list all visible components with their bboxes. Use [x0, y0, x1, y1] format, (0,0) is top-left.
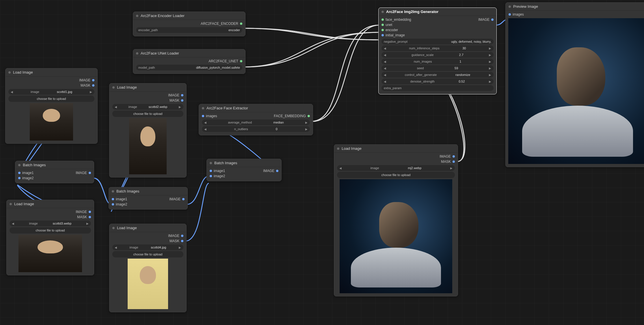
output-port[interactable]: [182, 198, 185, 200]
output-port-mask[interactable]: [453, 160, 455, 163]
collapse-dot[interactable]: [509, 5, 511, 8]
output-port-image[interactable]: [89, 211, 91, 213]
arrow-right-icon[interactable]: ▶: [179, 105, 181, 109]
input-port[interactable]: [210, 170, 212, 172]
input-port[interactable]: [202, 115, 204, 117]
collapse-dot[interactable]: [136, 52, 138, 55]
node-header[interactable]: Load Image: [5, 68, 97, 76]
widget-control-after-generate[interactable]: ◀ control_after_generate randomize ▶: [381, 72, 494, 78]
output-port[interactable]: [276, 170, 278, 172]
arrow-left-icon[interactable]: ◀: [115, 105, 117, 109]
arrow-right-icon[interactable]: ▶: [450, 167, 453, 170]
input-port[interactable]: [112, 198, 114, 200]
collapse-dot[interactable]: [136, 15, 138, 17]
input-port[interactable]: [381, 29, 384, 31]
node-load-image-3[interactable]: Load Image IMAGE MASK ◀ image scottd3.we…: [6, 200, 94, 275]
input-port[interactable]: [381, 34, 384, 36]
widget-image-select[interactable]: ◀ image mj2.webp ▶: [337, 165, 455, 171]
widget-image-select[interactable]: ◀ image scottd4.jpg ▶: [112, 244, 183, 250]
collapse-dot[interactable]: [112, 227, 115, 229]
arrow-right-icon[interactable]: ▶: [489, 47, 491, 50]
input-port[interactable]: [381, 18, 384, 21]
input-port[interactable]: [18, 172, 21, 174]
collapse-dot[interactable]: [381, 11, 384, 13]
output-port[interactable]: [240, 60, 242, 62]
widget-num-inference-steps[interactable]: ◀ num_inference_steps 30 ▶: [381, 45, 494, 51]
node-load-image-2[interactable]: Load Image IMAGE MASK ◀ image scottd2.we…: [109, 83, 187, 178]
node-load-image-1[interactable]: Load Image IMAGE MASK ◀ image scottd1.jp…: [5, 68, 98, 144]
output-port-mask[interactable]: [181, 240, 183, 242]
collapse-dot[interactable]: [18, 164, 21, 166]
widget-guidance-scale[interactable]: ◀ guidance_scale 2.7 ▶: [381, 52, 494, 58]
input-port[interactable]: [509, 13, 511, 16]
widget-image-select[interactable]: ◀ image scottd2.webp ▶: [112, 104, 183, 110]
node-batch-images-2[interactable]: Batch Images image1 IMAGE image2: [109, 187, 188, 210]
node-batch-images-3[interactable]: Batch Images image1 IMAGE image2: [206, 159, 282, 181]
input-port[interactable]: [210, 175, 212, 177]
output-port-mask[interactable]: [92, 84, 94, 87]
output-port[interactable]: [240, 23, 242, 25]
arrow-left-icon[interactable]: ◀: [11, 90, 13, 94]
input-port[interactable]: [381, 24, 384, 26]
node-header[interactable]: Arc2Face Encoder Loader: [133, 12, 245, 20]
arrow-left-icon[interactable]: ◀: [204, 121, 206, 124]
output-port[interactable]: [308, 115, 310, 117]
arrow-right-icon[interactable]: ▶: [86, 222, 89, 225]
arrow-right-icon[interactable]: ▶: [305, 128, 308, 131]
arrow-left-icon[interactable]: ◀: [384, 80, 386, 83]
node-load-image-5[interactable]: Load Image IMAGE MASK ◀ image mj2.webp ▶…: [334, 144, 458, 296]
input-port[interactable]: [112, 203, 114, 206]
arrow-left-icon[interactable]: ◀: [384, 60, 386, 63]
node-face-extractor[interactable]: Arc2Face Face Extractor images FACE_EMBE…: [199, 104, 313, 135]
node-header[interactable]: Batch Images: [109, 187, 187, 195]
arrow-left-icon[interactable]: ◀: [12, 222, 14, 225]
arrow-right-icon[interactable]: ▶: [90, 90, 92, 94]
output-port[interactable]: [89, 172, 91, 174]
widget-image-select[interactable]: ◀ image scottd1.jpg ▶: [8, 89, 94, 95]
node-img2img-generator[interactable]: Arc2Face Img2Img Generator face_embeddin…: [378, 8, 497, 94]
widget-n-outliers[interactable]: ◀ n_outliers 0 ▶: [202, 126, 310, 132]
widget-negative-prompt[interactable]: negative_prompt ugly, deformed, noisy, b…: [381, 39, 494, 44]
arrow-right-icon[interactable]: ▶: [179, 246, 181, 249]
widget-average-method[interactable]: ◀ average_method median ▶: [202, 119, 310, 125]
output-port-image[interactable]: [453, 155, 455, 158]
widget-image-select[interactable]: ◀ image scottd3.webp ▶: [10, 221, 91, 226]
output-port-image[interactable]: [181, 94, 183, 96]
node-header[interactable]: Arc2Face UNet Loader: [133, 49, 245, 57]
arrow-left-icon[interactable]: ◀: [204, 128, 206, 131]
upload-button[interactable]: choose file to upload: [337, 172, 455, 178]
arrow-right-icon[interactable]: ▶: [489, 73, 491, 76]
node-header[interactable]: Load Image: [109, 83, 186, 91]
output-port-mask[interactable]: [89, 216, 91, 218]
input-port[interactable]: [18, 177, 21, 179]
collapse-dot[interactable]: [202, 107, 204, 109]
node-batch-images-1[interactable]: Batch Images image1 IMAGE image2: [15, 161, 94, 183]
arrow-left-icon[interactable]: ◀: [384, 67, 386, 70]
arrow-left-icon[interactable]: ◀: [384, 47, 386, 50]
node-header[interactable]: Preview Image: [506, 3, 644, 11]
node-encoder-loader[interactable]: Arc2Face Encoder Loader ARC2FACE_ENCODER…: [133, 12, 245, 36]
node-header[interactable]: Arc2Face Face Extractor: [199, 104, 313, 112]
widget-seed[interactable]: ◀ seed 59 ▶: [381, 65, 494, 71]
collapse-dot[interactable]: [337, 147, 339, 150]
arrow-right-icon[interactable]: ▶: [305, 121, 308, 124]
output-port-image[interactable]: [181, 235, 183, 237]
node-load-image-4[interactable]: Load Image IMAGE MASK ◀ image scottd4.jp…: [109, 224, 187, 312]
widget-extra-param[interactable]: extra_param: [381, 85, 494, 91]
arrow-right-icon[interactable]: ▶: [489, 80, 491, 83]
arrow-right-icon[interactable]: ▶: [489, 60, 491, 63]
arrow-left-icon[interactable]: ◀: [115, 246, 117, 249]
widget-encoder-path[interactable]: encoder_path encoder: [136, 27, 242, 33]
upload-button[interactable]: choose file to upload: [8, 96, 94, 102]
collapse-dot[interactable]: [112, 190, 114, 193]
collapse-dot[interactable]: [10, 203, 12, 205]
upload-button[interactable]: choose file to upload: [112, 111, 183, 117]
node-header[interactable]: Load Image: [7, 200, 94, 208]
arrow-right-icon[interactable]: ▶: [489, 53, 491, 57]
arrow-right-icon[interactable]: ▶: [489, 67, 491, 70]
node-preview-image[interactable]: Preview Image images: [505, 2, 644, 167]
arrow-left-icon[interactable]: ◀: [384, 73, 386, 76]
node-header[interactable]: Arc2Face Img2Img Generator: [379, 8, 496, 16]
collapse-dot[interactable]: [8, 71, 11, 74]
node-header[interactable]: Batch Images: [15, 161, 94, 169]
